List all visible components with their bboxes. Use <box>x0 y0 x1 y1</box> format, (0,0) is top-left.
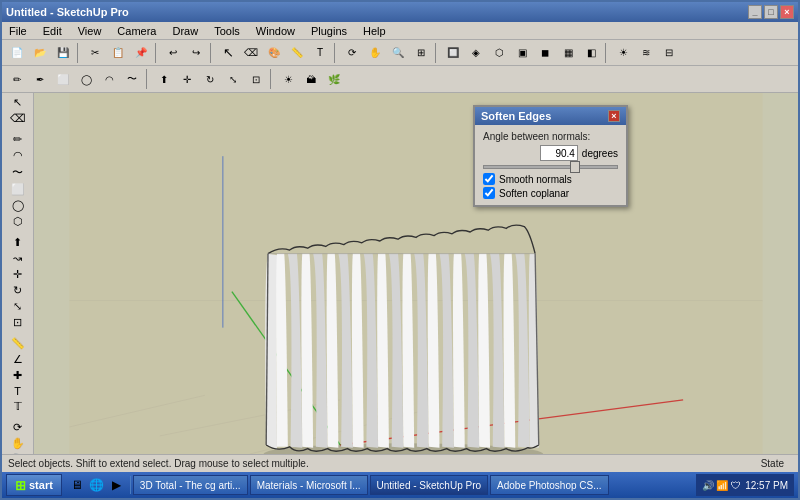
ql-media[interactable]: ▶ <box>108 476 126 494</box>
tb-pan[interactable]: ✋ <box>364 42 386 64</box>
tb-textured[interactable]: ▦ <box>557 42 579 64</box>
lt-eraser[interactable]: ⌫ <box>5 111 31 126</box>
lt-pan[interactable]: ✋ <box>5 436 31 451</box>
lt-followme[interactable]: ↝ <box>5 251 31 266</box>
tb-section[interactable]: ⊟ <box>658 42 680 64</box>
viewport[interactable]: Soften Edges × Angle between normals: 90… <box>34 93 798 454</box>
tb-paste[interactable]: 📌 <box>130 42 152 64</box>
taskbar-item-3dtotal[interactable]: 3D Total - The cg arti... <box>133 475 248 495</box>
lt-orbit[interactable]: ⟳ <box>5 420 31 435</box>
angle-value[interactable]: 90.4 <box>540 145 578 161</box>
tb-open[interactable]: 📂 <box>29 42 51 64</box>
lt-scale[interactable]: ⤡ <box>5 299 31 314</box>
menu-view[interactable]: View <box>75 25 105 37</box>
tb2-circle[interactable]: ◯ <box>75 68 97 90</box>
angle-display: 90.4 degrees <box>483 145 618 161</box>
tb-hidden[interactable]: ▣ <box>511 42 533 64</box>
tb-measure[interactable]: 📏 <box>286 42 308 64</box>
menu-edit[interactable]: Edit <box>40 25 65 37</box>
angle-label: Angle between normals: <box>483 131 618 142</box>
lt-circle[interactable]: ◯ <box>5 198 31 213</box>
angle-slider-thumb[interactable] <box>570 161 580 173</box>
lt-arc[interactable]: ◠ <box>5 148 31 163</box>
tb2-offset[interactable]: ⊡ <box>245 68 267 90</box>
taskbar-item-sketchup[interactable]: Untitled - SketchUp Pro <box>370 475 489 495</box>
taskbar-item-materials[interactable]: Materials - Microsoft I... <box>250 475 368 495</box>
tb2-sketch[interactable]: ✏ <box>6 68 28 90</box>
tb-wireframe[interactable]: ⬡ <box>488 42 510 64</box>
angle-slider-track[interactable] <box>483 165 618 169</box>
tb2-scale[interactable]: ⤡ <box>222 68 244 90</box>
tb-eraser[interactable]: ⌫ <box>240 42 262 64</box>
tb-orbit[interactable]: ⟳ <box>341 42 363 64</box>
menu-file[interactable]: File <box>6 25 30 37</box>
ql-show-desktop[interactable]: 🖥 <box>68 476 86 494</box>
lt-line[interactable]: ✏ <box>5 132 31 147</box>
tb-xray[interactable]: ◈ <box>465 42 487 64</box>
menu-window[interactable]: Window <box>253 25 298 37</box>
tb-shaded[interactable]: ◼ <box>534 42 556 64</box>
taskbar-tray: 🔊 📶 🛡 12:57 PM <box>696 474 794 496</box>
soften-coplanar-checkbox[interactable] <box>483 187 495 199</box>
menu-camera[interactable]: Camera <box>114 25 159 37</box>
tb2-rect[interactable]: ⬜ <box>52 68 74 90</box>
ql-ie[interactable]: 🌐 <box>88 476 106 494</box>
tb-paint[interactable]: 🎨 <box>263 42 285 64</box>
tb-text[interactable]: T <box>309 42 331 64</box>
tray-icons: 🔊 📶 🛡 <box>702 480 742 491</box>
lt-rect[interactable]: ⬜ <box>5 182 31 197</box>
tb2-freehand[interactable]: 〜 <box>121 68 143 90</box>
tb-redo[interactable]: ↪ <box>185 42 207 64</box>
lt-tape[interactable]: 📏 <box>5 336 31 351</box>
maximize-button[interactable]: □ <box>764 5 778 19</box>
close-button[interactable]: × <box>780 5 794 19</box>
tb-sep5 <box>435 43 439 63</box>
tb2-push[interactable]: ⬆ <box>153 68 175 90</box>
tb-cut[interactable]: ✂ <box>84 42 106 64</box>
tb-copy[interactable]: 📋 <box>107 42 129 64</box>
lt-pushpull[interactable]: ⬆ <box>5 235 31 250</box>
tb-new[interactable]: 📄 <box>6 42 28 64</box>
tb-select[interactable]: ↖ <box>217 42 239 64</box>
smooth-normals-checkbox[interactable] <box>483 173 495 185</box>
tb2-sun[interactable]: ☀ <box>277 68 299 90</box>
tb-shadow[interactable]: ☀ <box>612 42 634 64</box>
lt-text[interactable]: T <box>5 384 31 398</box>
smooth-normals-label: Smooth normals <box>499 174 572 185</box>
tb2-plant[interactable]: 🌿 <box>323 68 345 90</box>
lt-rotate[interactable]: ↻ <box>5 283 31 298</box>
tb-zoomext[interactable]: ⊞ <box>410 42 432 64</box>
menu-plugins[interactable]: Plugins <box>308 25 350 37</box>
lt-polygon[interactable]: ⬡ <box>5 214 31 229</box>
minimize-button[interactable]: _ <box>748 5 762 19</box>
tb2-arc[interactable]: ◠ <box>98 68 120 90</box>
lt-axes[interactable]: ✚ <box>5 368 31 383</box>
lt-move[interactable]: ✛ <box>5 267 31 282</box>
tb-zoom[interactable]: 🔍 <box>387 42 409 64</box>
lt-protract[interactable]: ∠ <box>5 352 31 367</box>
toolbar-row1: 📄 📂 💾 ✂ 📋 📌 ↩ ↪ ↖ ⌫ 🎨 📏 T ⟳ ✋ 🔍 ⊞ 🔲 ◈ <box>2 40 798 66</box>
lt-offset[interactable]: ⊡ <box>5 315 31 330</box>
tb-sep3 <box>210 43 214 63</box>
tb2-terrain[interactable]: 🏔 <box>300 68 322 90</box>
lt-freehand[interactable]: 〜 <box>5 164 31 181</box>
start-button[interactable]: ⊞ start <box>6 474 62 496</box>
taskbar-item-photoshop[interactable]: Adobe Photoshop CS... <box>490 475 609 495</box>
soften-dialog-close-button[interactable]: × <box>608 110 620 122</box>
tb2-rotate[interactable]: ↻ <box>199 68 221 90</box>
title-bar: Untitled - SketchUp Pro _ □ × <box>2 2 798 22</box>
lt-select[interactable]: ↖ <box>5 95 31 110</box>
tb-fog[interactable]: ≋ <box>635 42 657 64</box>
tb2-pencil[interactable]: ✒ <box>29 68 51 90</box>
menu-draw[interactable]: Draw <box>169 25 201 37</box>
menu-help[interactable]: Help <box>360 25 389 37</box>
main-area: ↖ ⌫ ✏ ◠ 〜 ⬜ ◯ ⬡ ⬆ ↝ ✛ ↻ ⤡ ⊡ 📏 ∠ ✚ T 𝕋 ⟳ … <box>2 93 798 454</box>
tb-views[interactable]: 🔲 <box>442 42 464 64</box>
lt-3dtext[interactable]: 𝕋 <box>5 399 31 414</box>
tb-mono[interactable]: ◧ <box>580 42 602 64</box>
tb-save[interactable]: 💾 <box>52 42 74 64</box>
menu-tools[interactable]: Tools <box>211 25 243 37</box>
tb-undo[interactable]: ↩ <box>162 42 184 64</box>
angle-unit: degrees <box>582 148 618 159</box>
tb2-move[interactable]: ✛ <box>176 68 198 90</box>
